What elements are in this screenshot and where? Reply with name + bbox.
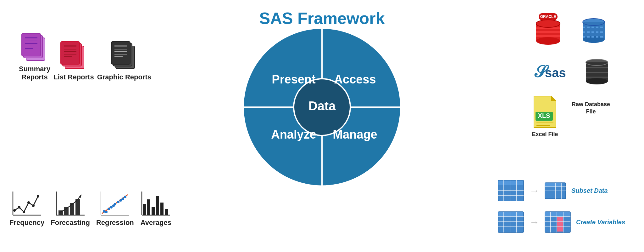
data-operations-section: → Subset Data — [497, 180, 625, 233]
averages-item: Averages — [140, 190, 172, 227]
black-db-icon — [581, 54, 613, 88]
create-arrow: → — [529, 216, 539, 228]
svg-rect-135 — [517, 212, 523, 216]
blue-db-icon — [578, 13, 609, 47]
datasource-row-2: 𝒮 sas — [531, 54, 613, 88]
svg-point-57 — [117, 201, 119, 203]
summary-reports-label: SummaryReports — [19, 65, 50, 81]
svg-rect-144 — [551, 212, 557, 216]
averages-icon — [140, 190, 172, 217]
svg-rect-107 — [498, 180, 503, 185]
subset-data-label: Subset Data — [571, 187, 608, 194]
list-reports-label: List Reports — [53, 73, 94, 81]
svg-point-39 — [32, 204, 35, 207]
report-icons-section: SummaryReports List Reports — [19, 32, 151, 81]
svg-point-60 — [124, 196, 126, 198]
blue-db-item — [578, 13, 609, 47]
svg-text:Data: Data — [308, 99, 336, 113]
raw-db-file-label: Raw DatabaseFile — [572, 101, 610, 116]
svg-rect-108 — [504, 180, 510, 185]
svg-point-36 — [18, 206, 20, 209]
svg-text:XLS: XLS — [538, 112, 550, 119]
sas-logo-icon: 𝒮 sas — [531, 61, 569, 80]
svg-point-37 — [23, 211, 25, 213]
svg-rect-122 — [545, 183, 550, 186]
svg-text:ORACLE: ORACLE — [540, 14, 556, 19]
excel-file-label: Excel File — [532, 131, 558, 138]
svg-point-38 — [27, 201, 30, 204]
svg-rect-123 — [550, 183, 555, 186]
svg-rect-67 — [160, 203, 164, 215]
svg-point-59 — [122, 198, 124, 200]
frequency-item: Frequency — [9, 190, 44, 227]
svg-rect-27 — [111, 42, 130, 64]
sas-wheel: Present Access Analyze Manage Data — [240, 25, 404, 189]
svg-text:Manage: Manage — [333, 128, 377, 141]
svg-text:sas: sas — [545, 66, 566, 80]
datasource-row-1: ORACLE — [531, 13, 613, 47]
svg-point-35 — [13, 209, 16, 212]
svg-rect-45 — [70, 203, 74, 215]
subset-dest-grid — [544, 182, 566, 199]
regression-icon — [99, 190, 131, 217]
svg-point-53 — [108, 208, 110, 210]
raw-db-file-item: Raw DatabaseFile — [572, 101, 610, 116]
excel-file-icon: XLS — [531, 94, 559, 129]
svg-rect-147 — [557, 217, 563, 221]
svg-text:Analyze: Analyze — [271, 128, 316, 141]
analysis-icons-section: Frequency Forecasting — [9, 190, 172, 227]
summary-reports-item: SummaryReports — [19, 32, 50, 81]
svg-rect-11 — [22, 33, 41, 56]
svg-rect-148 — [557, 222, 563, 226]
svg-marker-95 — [551, 96, 556, 101]
svg-point-51 — [103, 210, 105, 213]
forecasting-icon — [55, 190, 86, 217]
svg-rect-109 — [510, 180, 516, 185]
subset-data-row: → Subset Data — [497, 180, 625, 202]
svg-point-54 — [110, 206, 113, 209]
svg-rect-145 — [557, 212, 563, 216]
svg-text:Present: Present — [272, 73, 316, 86]
svg-rect-63 — [143, 204, 146, 215]
subset-source-grid — [497, 180, 524, 202]
svg-rect-133 — [504, 212, 510, 216]
list-reports-icon — [59, 40, 88, 71]
create-variables-label: Create Variables — [576, 219, 625, 226]
svg-rect-19 — [61, 42, 80, 64]
svg-rect-146 — [564, 212, 570, 216]
svg-rect-113 — [498, 191, 503, 195]
svg-rect-149 — [557, 227, 563, 232]
svg-rect-111 — [498, 186, 503, 190]
svg-rect-114 — [504, 191, 510, 195]
averages-label: Averages — [141, 219, 171, 227]
create-dest-grid — [544, 211, 571, 233]
regression-label: Regression — [96, 219, 134, 227]
svg-rect-132 — [498, 212, 503, 216]
frequency-icon — [11, 190, 43, 217]
excel-file-item: XLS Excel File — [531, 94, 559, 138]
oracle-db-item: ORACLE — [531, 13, 565, 47]
page-title: SAS Framework — [259, 9, 385, 28]
forecasting-label: Forecasting — [51, 219, 90, 227]
data-sources-section: ORACLE — [531, 13, 613, 138]
summary-reports-icon — [20, 32, 49, 63]
regression-item: Regression — [96, 190, 134, 227]
sas-logo-item: 𝒮 sas — [531, 61, 569, 80]
svg-point-89 — [586, 78, 608, 84]
graphic-reports-label: Graphic Reports — [97, 73, 151, 81]
graphic-reports-item: Graphic Reports — [97, 40, 151, 81]
svg-rect-112 — [504, 186, 510, 190]
forecasting-item: Forecasting — [51, 190, 90, 227]
datasource-row-3: XLS Excel File Raw DatabaseFile — [531, 94, 613, 138]
frequency-label: Frequency — [9, 219, 44, 227]
black-db-item — [581, 54, 613, 88]
create-source-grid — [497, 211, 524, 233]
graphic-reports-icon — [110, 40, 138, 71]
svg-rect-66 — [156, 196, 159, 215]
subset-arrow: → — [529, 185, 539, 197]
svg-point-73 — [536, 37, 560, 45]
svg-point-52 — [105, 211, 108, 213]
svg-rect-124 — [556, 183, 561, 186]
svg-text:Access: Access — [334, 73, 376, 86]
create-variables-row: → Create Variables — [497, 211, 625, 233]
